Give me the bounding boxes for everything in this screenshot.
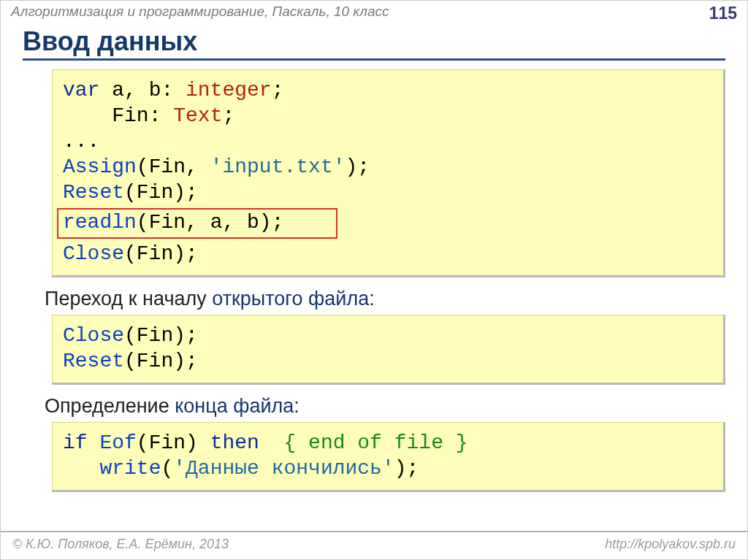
code-line: Reset(Fin); (63, 180, 713, 205)
func: Assign (63, 156, 137, 178)
slide: Алгоритмизация и программирование, Паска… (0, 0, 748, 560)
code-line: Assign(Fin, 'input.txt'); (63, 154, 713, 180)
subheading-highlight: открытого файла (212, 288, 369, 310)
code-text: (Fin, (137, 156, 210, 178)
footer-link[interactable]: http://kpolyakov.spb.ru (605, 537, 736, 552)
code-text: ( (161, 457, 173, 480)
code-text: ); (346, 156, 370, 178)
func: Close (63, 324, 124, 347)
punct: ; (272, 79, 284, 101)
code-text: (Fin); (124, 324, 198, 347)
code-text: (Fin); (124, 181, 198, 204)
code-text: (Fin, a, b); (137, 211, 284, 234)
comment: { end of file } (284, 431, 468, 454)
subheading-colon: : (294, 395, 299, 417)
code-text: (Fin); (124, 242, 198, 265)
string: 'Данные кончились' (173, 457, 394, 480)
subheading-eof: Определение конца файла: (45, 395, 725, 418)
subheading-colon: : (369, 288, 375, 310)
code-line: Fin: Text; (63, 103, 713, 129)
code-line: write('Данные кончились'); (63, 456, 713, 481)
code-line: Close(Fin); (63, 241, 713, 266)
subheading-highlight: конца файла (175, 395, 294, 417)
func: readln (63, 211, 137, 234)
type: integer (186, 79, 272, 101)
keyword: var (63, 79, 99, 101)
footer: © К.Ю. Поляков, Е.А. Ерёмин, 2013 http:/… (1, 531, 747, 559)
keyword: if (63, 431, 88, 454)
subheading-text: Переход к началу (45, 288, 212, 310)
func: Reset (63, 181, 124, 204)
func: Reset (63, 350, 124, 372)
page-title: Ввод данных (23, 26, 725, 61)
code-text (63, 104, 112, 127)
code-text: (Fin) (137, 431, 210, 454)
code-text: a, b: (99, 79, 186, 101)
code-block-1: var a, b: integer; Fin: Text; ... Assign… (52, 69, 725, 277)
content-area: var a, b: integer; Fin: Text; ... Assign… (1, 69, 747, 492)
subheading-rewind: Переход к началу открытого файла: (45, 288, 725, 310)
code-text: ); (394, 457, 419, 480)
course-label: Алгоритмизация и программирование, Паска… (11, 4, 389, 20)
code-line: Reset(Fin); (63, 348, 713, 374)
subheading-text: Определение (45, 395, 175, 417)
func: Eof (99, 431, 136, 454)
footer-copyright: © К.Ю. Поляков, Е.А. Ерёмин, 2013 (12, 537, 229, 552)
func: write (99, 457, 161, 480)
code-line: if Eof(Fin) then { end of file } (63, 430, 713, 456)
code-text: (Fin); (124, 350, 198, 372)
func: Close (63, 242, 124, 265)
code-line: ... (63, 129, 713, 154)
top-bar: Алгоритмизация и программирование, Паска… (1, 1, 747, 25)
punct: ; (222, 104, 234, 127)
string: 'input.txt' (210, 156, 346, 178)
keyword: then (210, 431, 259, 454)
code-line: var a, b: integer; (63, 77, 713, 103)
type: Text (173, 104, 222, 127)
code-text: ... (63, 130, 99, 153)
code-text (88, 431, 100, 454)
code-block-3: if Eof(Fin) then { end of file } write('… (52, 422, 725, 492)
page-number: 115 (709, 4, 737, 23)
code-block-2: Close(Fin); Reset(Fin); (52, 315, 725, 385)
code-line: readln(Fin, a, b); (63, 210, 713, 235)
code-text: Fin: (112, 104, 173, 127)
code-text (63, 457, 99, 480)
code-text (259, 431, 284, 454)
code-line: Close(Fin); (63, 323, 713, 348)
